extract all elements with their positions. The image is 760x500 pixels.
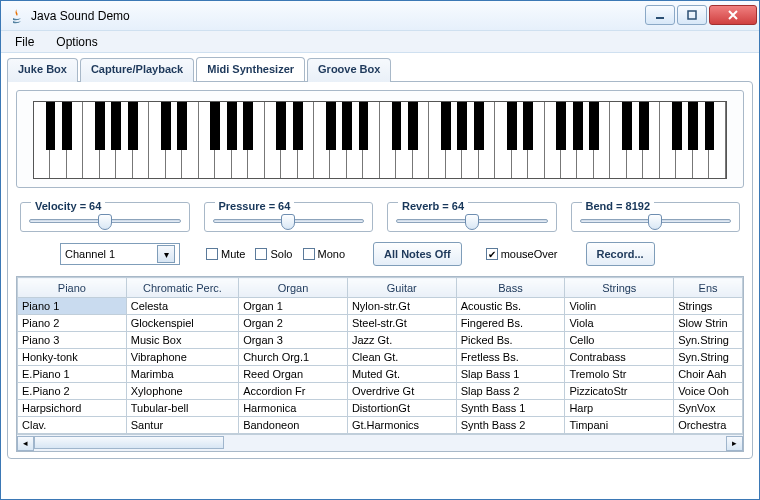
instrument-cell[interactable]: Steel-str.Gt	[347, 315, 456, 332]
instrument-cell[interactable]: Piano 1	[18, 298, 127, 315]
instrument-cell[interactable]: Picked Bs.	[456, 332, 565, 349]
black-key[interactable]	[523, 102, 533, 150]
reverb-slider-thumb[interactable]	[465, 214, 479, 230]
bend-slider[interactable]	[580, 219, 732, 223]
instrument-cell[interactable]: E.Piano 1	[18, 366, 127, 383]
column-header[interactable]: Organ	[239, 278, 348, 298]
instrument-cell[interactable]: Slap Bass 2	[456, 383, 565, 400]
column-header[interactable]: Ens	[674, 278, 743, 298]
scroll-thumb[interactable]	[34, 436, 224, 449]
column-header[interactable]: Strings	[565, 278, 674, 298]
instrument-cell[interactable]: Orchestra	[674, 417, 743, 434]
record-button[interactable]: Record...	[586, 242, 655, 266]
column-header[interactable]: Chromatic Perc.	[126, 278, 238, 298]
instrument-cell[interactable]: Jazz Gt.	[347, 332, 456, 349]
black-key[interactable]	[705, 102, 715, 150]
tab-capture-playback[interactable]: Capture/Playback	[80, 58, 194, 82]
instrument-cell[interactable]: Overdrive Gt	[347, 383, 456, 400]
instrument-cell[interactable]: Clav.	[18, 417, 127, 434]
instrument-cell[interactable]: Fretless Bs.	[456, 349, 565, 366]
instrument-cell[interactable]: Strings	[674, 298, 743, 315]
instrument-cell[interactable]: Harpsichord	[18, 400, 127, 417]
black-key[interactable]	[161, 102, 171, 150]
instrument-cell[interactable]: Harp	[565, 400, 674, 417]
instrument-cell[interactable]: Piano 3	[18, 332, 127, 349]
black-key[interactable]	[293, 102, 303, 150]
black-key[interactable]	[46, 102, 56, 150]
instrument-cell[interactable]: Slap Bass 1	[456, 366, 565, 383]
black-key[interactable]	[177, 102, 187, 150]
instrument-cell[interactable]: Marimba	[126, 366, 238, 383]
instrument-cell[interactable]: Music Box	[126, 332, 238, 349]
instrument-cell[interactable]: Gt.Harmonics	[347, 417, 456, 434]
column-header[interactable]: Guitar	[347, 278, 456, 298]
instrument-cell[interactable]: Celesta	[126, 298, 238, 315]
scroll-right-icon[interactable]: ▸	[726, 436, 743, 451]
instrument-cell[interactable]: Tubular-bell	[126, 400, 238, 417]
instrument-cell[interactable]: Voice Ooh	[674, 383, 743, 400]
instrument-table[interactable]: PianoChromatic Perc.OrganGuitarBassStrin…	[17, 277, 743, 434]
instrument-cell[interactable]: Accordion Fr	[239, 383, 348, 400]
menu-file[interactable]: File	[7, 33, 42, 51]
black-key[interactable]	[243, 102, 253, 150]
black-key[interactable]	[276, 102, 286, 150]
tab-juke-box[interactable]: Juke Box	[7, 58, 78, 82]
velocity-slider[interactable]	[29, 219, 181, 223]
velocity-slider-thumb[interactable]	[98, 214, 112, 230]
instrument-cell[interactable]: Acoustic Bs.	[456, 298, 565, 315]
black-key[interactable]	[622, 102, 632, 150]
instrument-cell[interactable]: Slow Strin	[674, 315, 743, 332]
menu-options[interactable]: Options	[48, 33, 105, 51]
instrument-cell[interactable]: Viola	[565, 315, 674, 332]
black-key[interactable]	[441, 102, 451, 150]
bend-slider-thumb[interactable]	[648, 214, 662, 230]
pressure-slider-thumb[interactable]	[281, 214, 295, 230]
minimize-button[interactable]	[645, 5, 675, 25]
instrument-cell[interactable]: Organ 3	[239, 332, 348, 349]
instrument-cell[interactable]: Church Org.1	[239, 349, 348, 366]
instrument-cell[interactable]: E.Piano 2	[18, 383, 127, 400]
close-button[interactable]	[709, 5, 757, 25]
instrument-cell[interactable]: Contrabass	[565, 349, 674, 366]
maximize-button[interactable]	[677, 5, 707, 25]
instrument-cell[interactable]: Bandoneon	[239, 417, 348, 434]
black-key[interactable]	[359, 102, 369, 150]
instrument-cell[interactable]: Timpani	[565, 417, 674, 434]
black-key[interactable]	[672, 102, 682, 150]
table-horizontal-scrollbar[interactable]: ◂ ▸	[17, 434, 743, 451]
black-key[interactable]	[210, 102, 220, 150]
black-key[interactable]	[111, 102, 121, 150]
tab-midi-synthesizer[interactable]: Midi Synthesizer	[196, 57, 305, 81]
black-key[interactable]	[62, 102, 72, 150]
black-key[interactable]	[392, 102, 402, 150]
solo-checkbox[interactable]: Solo	[255, 248, 292, 260]
instrument-cell[interactable]: DistortionGt	[347, 400, 456, 417]
instrument-cell[interactable]: Organ 2	[239, 315, 348, 332]
instrument-cell[interactable]: Tremolo Str	[565, 366, 674, 383]
instrument-cell[interactable]: Xylophone	[126, 383, 238, 400]
all-notes-off-button[interactable]: All Notes Off	[373, 242, 462, 266]
column-header[interactable]: Bass	[456, 278, 565, 298]
pressure-slider[interactable]	[213, 219, 365, 223]
instrument-cell[interactable]: Syn.String	[674, 332, 743, 349]
instrument-cell[interactable]: PizzicatoStr	[565, 383, 674, 400]
channel-combo[interactable]: Channel 1 ▾	[60, 243, 180, 265]
black-key[interactable]	[457, 102, 467, 150]
black-key[interactable]	[95, 102, 105, 150]
black-key[interactable]	[227, 102, 237, 150]
instrument-cell[interactable]: Syn.String	[674, 349, 743, 366]
tab-groove-box[interactable]: Groove Box	[307, 58, 391, 82]
instrument-cell[interactable]: Harmonica	[239, 400, 348, 417]
instrument-cell[interactable]: Reed Organ	[239, 366, 348, 383]
column-header[interactable]: Piano	[18, 278, 127, 298]
black-key[interactable]	[639, 102, 649, 150]
chevron-down-icon[interactable]: ▾	[157, 245, 175, 263]
mute-checkbox[interactable]: Mute	[206, 248, 245, 260]
instrument-cell[interactable]: Choir Aah	[674, 366, 743, 383]
black-key[interactable]	[589, 102, 599, 150]
instrument-cell[interactable]: Violin	[565, 298, 674, 315]
mono-checkbox[interactable]: Mono	[303, 248, 346, 260]
instrument-cell[interactable]: Glockenspiel	[126, 315, 238, 332]
titlebar[interactable]: Java Sound Demo	[1, 1, 759, 31]
black-key[interactable]	[474, 102, 484, 150]
